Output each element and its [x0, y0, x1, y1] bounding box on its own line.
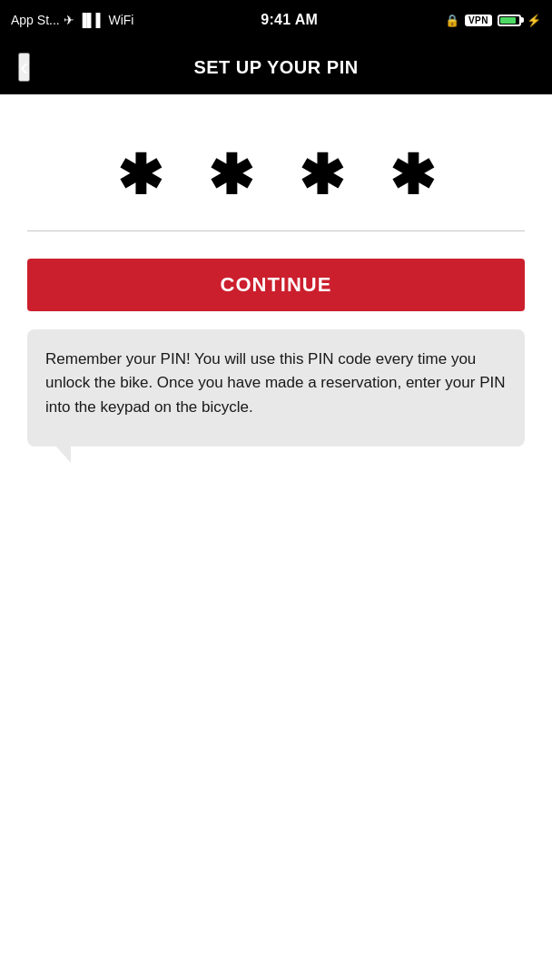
- back-button[interactable]: ‹: [18, 53, 30, 82]
- battery-icon: [498, 15, 521, 26]
- battery-body: [498, 15, 521, 26]
- continue-button[interactable]: CONTINUE: [27, 259, 525, 311]
- battery-fill: [500, 17, 516, 24]
- charging-icon: ⚡: [527, 14, 541, 27]
- nav-bar: ‹ SET UP YOUR PIN: [0, 40, 552, 94]
- app-name-label: App St...: [11, 13, 60, 27]
- main-content: ✱ ✱ ✱ ✱ CONTINUE Remember your PIN! You …: [0, 94, 552, 474]
- pin-dot-4: ✱: [389, 149, 435, 203]
- wifi-icon: WiFi: [108, 13, 133, 27]
- signal-icon: ▐▌▌: [78, 13, 105, 27]
- pin-dot-1: ✱: [117, 149, 163, 203]
- vpn-badge: VPN: [465, 15, 492, 26]
- status-bar-left: App St... ✈ ▐▌▌ WiFi: [11, 13, 133, 27]
- airplane-icon: ✈: [64, 13, 74, 27]
- info-box: Remember your PIN! You will use this PIN…: [27, 329, 525, 446]
- pin-display: ✱ ✱ ✱ ✱: [117, 149, 435, 203]
- back-chevron-icon: ‹: [20, 54, 28, 80]
- lock-icon: 🔒: [445, 14, 459, 27]
- divider: [27, 230, 525, 231]
- pin-dot-2: ✱: [208, 149, 253, 203]
- status-bar-time: 9:41 AM: [261, 12, 318, 28]
- status-bar: App St... ✈ ▐▌▌ WiFi 9:41 AM 🔒 VPN ⚡: [0, 0, 552, 40]
- info-text: Remember your PIN! You will use this PIN…: [45, 348, 507, 419]
- pin-dot-3: ✱: [299, 149, 344, 203]
- status-bar-right: 🔒 VPN ⚡: [445, 14, 541, 27]
- page-title: SET UP YOUR PIN: [193, 57, 358, 78]
